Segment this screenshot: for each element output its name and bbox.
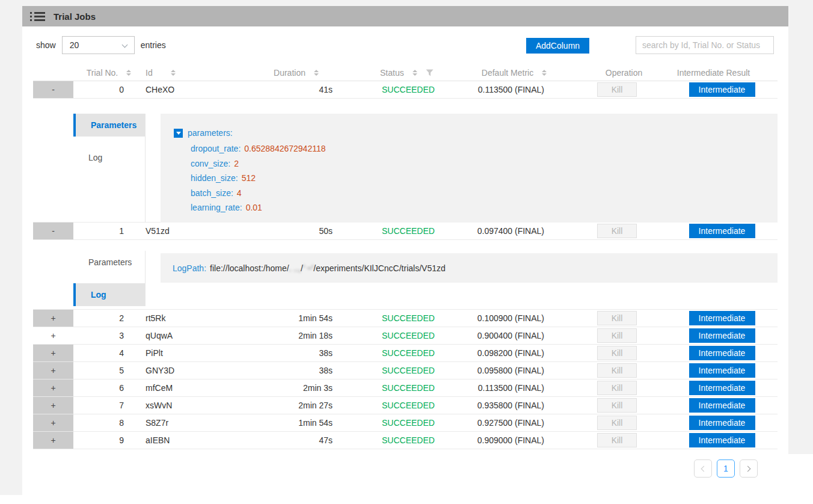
table-row: - 1 V51zd 50s SUCCEEDED 0.097400 (FINAL)… <box>33 223 778 240</box>
col-header-trial-no[interactable]: Trial No. <box>73 68 144 78</box>
metric-cell: 0.100900 (FINAL) <box>463 313 565 323</box>
row-expander[interactable]: + <box>33 432 73 449</box>
intermediate-button[interactable]: Intermediate <box>689 416 755 430</box>
duration-cell: 1min 54s <box>247 418 346 428</box>
trial-table: Trial No. Id Duration Status Default Met… <box>33 65 778 449</box>
kill-button[interactable]: Kill <box>597 363 637 378</box>
sort-icon[interactable] <box>314 70 319 76</box>
add-column-button[interactable]: AddColumn <box>526 38 589 54</box>
row-expander[interactable]: - <box>33 223 73 239</box>
metric-cell: 0.113500 (FINAL) <box>463 383 565 393</box>
duration-cell: 2min 27s <box>247 401 346 410</box>
status-cell: SUCCEEDED <box>346 401 463 410</box>
col-header-status[interactable]: Status <box>346 68 463 78</box>
search-input[interactable] <box>636 36 774 54</box>
table-row: + 3 qUqwA 2min 18s SUCCEEDED 0.900400 (F… <box>33 327 778 345</box>
row-expander[interactable]: + <box>33 414 73 431</box>
row-expander[interactable]: + <box>33 362 73 379</box>
row-expander[interactable]: + <box>33 397 73 414</box>
col-header-duration[interactable]: Duration <box>247 68 346 78</box>
row-expander[interactable]: - <box>33 81 73 98</box>
row-expander[interactable]: + <box>33 345 73 361</box>
detail-tabs: Parameters Log <box>73 114 146 223</box>
trial-id-cell: GNY3D <box>144 366 247 375</box>
col-header-id[interactable]: Id <box>144 68 247 78</box>
parameter-value: 512 <box>242 173 256 183</box>
panel-titlebar: Trial Jobs <box>22 6 788 26</box>
entries-select[interactable]: 20 <box>62 36 135 54</box>
kill-button[interactable]: Kill <box>597 82 637 97</box>
duration-cell: 1min 54s <box>247 313 346 323</box>
sort-icon[interactable] <box>171 70 176 76</box>
metric-cell: 0.935800 (FINAL) <box>463 401 565 410</box>
metric-cell: 0.900400 (FINAL) <box>463 331 565 340</box>
kill-button[interactable]: Kill <box>597 433 637 447</box>
parameter-line: learning_rate:0.01 <box>191 200 778 215</box>
status-cell: SUCCEEDED <box>346 313 463 323</box>
duration-cell: 38s <box>247 348 346 358</box>
trial-id-cell: CHeXO <box>144 85 247 94</box>
trial-id-cell: PiPlt <box>144 348 247 358</box>
trial-no-cell: 0 <box>73 85 144 94</box>
col-header-default-metric[interactable]: Default Metric <box>463 68 565 78</box>
parameter-value: 0.01 <box>246 203 262 212</box>
row-expander[interactable]: + <box>33 310 73 327</box>
kill-button[interactable]: Kill <box>597 398 637 413</box>
intermediate-button[interactable]: Intermediate <box>689 363 755 378</box>
status-cell: SUCCEEDED <box>346 366 463 375</box>
trial-no-cell: 5 <box>73 366 144 375</box>
intermediate-button[interactable]: Intermediate <box>689 328 755 343</box>
page-background-corner <box>788 454 813 504</box>
filter-icon[interactable] <box>426 69 434 76</box>
kill-button[interactable]: Kill <box>597 224 637 238</box>
prev-page-button[interactable] <box>694 459 712 478</box>
trial-no-cell: 7 <box>73 401 144 410</box>
sort-icon[interactable] <box>413 70 417 76</box>
row-expander[interactable]: + <box>33 380 73 396</box>
intermediate-button[interactable]: Intermediate <box>689 381 755 395</box>
row-expander[interactable]: + <box>33 327 73 344</box>
status-cell: SUCCEEDED <box>346 226 463 236</box>
metric-cell: 0.098200 (FINAL) <box>463 348 565 358</box>
duration-cell: 2min 3s <box>247 383 346 393</box>
tab-log[interactable]: Log <box>73 146 145 169</box>
intermediate-button[interactable]: Intermediate <box>689 433 755 447</box>
table-row: + 6 mfCeM 2min 3s SUCCEEDED 0.113500 (FI… <box>33 380 778 397</box>
metric-cell: 0.097400 (FINAL) <box>463 226 565 236</box>
intermediate-button[interactable]: Intermediate <box>689 346 755 360</box>
kill-button[interactable]: Kill <box>597 346 637 360</box>
trial-no-cell: 8 <box>73 418 144 428</box>
kill-button[interactable]: Kill <box>597 416 637 430</box>
trial-id-cell: rt5Rk <box>144 313 247 323</box>
kill-button[interactable]: Kill <box>597 311 637 325</box>
intermediate-button[interactable]: Intermediate <box>689 82 755 97</box>
duration-cell: 47s <box>247 435 346 445</box>
intermediate-button[interactable]: Intermediate <box>689 398 755 413</box>
duration-cell: 38s <box>247 366 346 375</box>
parameter-line: dropout_rate:0.6528842672942118 <box>191 141 778 156</box>
metric-cell: 0.927500 (FINAL) <box>463 418 565 428</box>
page-title: Trial Jobs <box>54 11 96 22</box>
trial-0-detail-panel: Parameters Log parameters: dropout_rate:… <box>33 99 778 223</box>
collapse-toggle-icon[interactable] <box>174 129 183 138</box>
tab-parameters[interactable]: Parameters <box>73 114 145 137</box>
sort-icon[interactable] <box>542 70 547 76</box>
next-page-button[interactable] <box>740 459 758 478</box>
chevron-right-icon <box>745 466 751 472</box>
sort-icon[interactable] <box>126 70 131 76</box>
kill-button[interactable]: Kill <box>597 328 637 343</box>
redacted-text: . .., <box>289 263 301 273</box>
tab-parameters[interactable]: Parameters <box>73 251 145 274</box>
status-cell: SUCCEEDED <box>346 383 463 393</box>
trial-id-cell: aIEBN <box>144 435 247 445</box>
trial-id-cell: mfCeM <box>144 383 247 393</box>
entries-select-value: 20 <box>70 40 79 50</box>
page-1-button[interactable]: 1 <box>717 459 735 478</box>
intermediate-button[interactable]: Intermediate <box>689 224 755 238</box>
intermediate-button[interactable]: Intermediate <box>689 311 755 325</box>
tab-log[interactable]: Log <box>73 283 145 306</box>
metric-cell: 0.113500 (FINAL) <box>463 85 565 94</box>
pagination: 1 <box>22 459 758 478</box>
kill-button[interactable]: Kill <box>597 381 637 395</box>
trial-no-cell: 1 <box>73 226 144 236</box>
